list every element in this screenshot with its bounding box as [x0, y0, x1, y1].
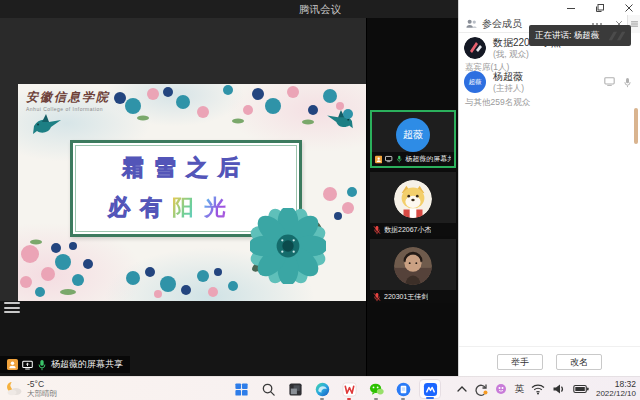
host-badge-icon [7, 359, 18, 370]
participant-role: (主持人) [493, 83, 524, 94]
battery-icon[interactable] [573, 384, 589, 394]
tile-name: 220301王佳剑 [384, 292, 428, 302]
speaking-toast: 正在讲话: 杨超薇 [529, 25, 631, 46]
volume-icon[interactable] [552, 383, 566, 395]
tray-app-icon[interactable] [495, 383, 507, 395]
file-explorer-dark-icon[interactable] [284, 379, 306, 399]
flower-cluster-bottom-left [18, 234, 108, 300]
wechat-icon[interactable] [365, 379, 387, 399]
share-label-text: 杨超薇的屏幕共享 [51, 358, 123, 371]
slide-title-line2c: 光 [204, 195, 236, 220]
photo-avatar [394, 247, 432, 285]
participants-panel: 参会成员 数据22067小杰 (我, 观众) 正在讲话: 杨超薇 嘉宾席(1人) [458, 0, 640, 376]
me-avatar [464, 37, 486, 59]
weather-temp: -5°C [27, 379, 57, 389]
weather-widget[interactable]: -5°C 大部晴朗 [5, 379, 57, 398]
screen-share-icon [22, 360, 33, 370]
screen-status-icon [604, 77, 615, 86]
speaking-toast-text: 正在讲话: 杨超薇 [535, 30, 607, 42]
tile-label-bar: 220301王佳剑 [370, 290, 456, 303]
tencent-docs-icon[interactable] [392, 379, 414, 399]
mic-on-icon [37, 359, 47, 371]
participant-name: 杨超薇 [493, 71, 524, 83]
taskbar-apps [230, 379, 441, 399]
tile-name: 数据22067小杰 [384, 225, 431, 235]
tile-label-bar: 杨超薇的屏幕共享 [372, 152, 454, 166]
tile-label-bar: 数据22067小杰 [370, 223, 456, 236]
menu-icon [631, 21, 638, 27]
date: 2022/12/10 [596, 389, 636, 399]
slide-title-line2a: 必有 [108, 195, 172, 220]
mic-status-icon [623, 77, 632, 88]
school-logo-text: 安徽信息学院 [26, 89, 110, 106]
wps-office-icon[interactable] [338, 379, 360, 399]
panel-title: 参会成员 [482, 17, 522, 31]
viewers-count-note: 与其他259名观众 [465, 97, 530, 109]
teal-flower-icon [250, 208, 326, 284]
participant-row-host[interactable]: 超薇 杨超薇 (主持人) [464, 71, 524, 94]
school-logo-subtext: Anhui College of Information [26, 106, 110, 112]
search-button[interactable] [257, 379, 279, 399]
tray-chevron-up-icon[interactable] [457, 386, 467, 392]
raise-hand-button[interactable]: 举手 [497, 354, 543, 370]
clock[interactable]: 18:32 2022/12/10 [596, 379, 636, 400]
panel-scrollbar[interactable] [634, 108, 638, 144]
mic-muted-icon [373, 292, 381, 302]
screen-share-icon [385, 155, 392, 163]
host-badge-icon [375, 155, 382, 164]
sync-tray-icon[interactable] [474, 383, 488, 396]
avatar: 超薇 [396, 118, 430, 152]
video-tile-strip: 超薇 杨超薇的屏幕共享 数据22067小杰 [366, 18, 458, 376]
video-tile-participant[interactable]: 数据22067小杰 [370, 172, 456, 236]
school-logo: 安徽信息学院 Anhui College of Information [26, 89, 110, 112]
minimize-icon[interactable] [566, 3, 576, 13]
weather-icon [5, 380, 23, 397]
dog-avatar [394, 180, 432, 218]
tencent-meeting-window: 腾讯会议 安徽信息学院 Anhui College of Information [0, 0, 640, 400]
video-tile-participant[interactable]: 220301王佳剑 [370, 239, 456, 303]
screen-share-stage: 安徽信息学院 Anhui College of Information [0, 18, 366, 376]
share-menu-icon[interactable] [4, 302, 20, 315]
screen-share-indicator: 杨超薇的屏幕共享 [0, 356, 130, 373]
panel-footer: 举手 改名 [459, 346, 640, 376]
mic-on-icon [396, 154, 403, 164]
tile-name: 杨超薇的屏幕共享 [405, 154, 451, 164]
maximize-icon[interactable] [595, 3, 605, 13]
flower-cluster-top [108, 84, 358, 130]
time: 18:32 [596, 379, 636, 390]
edge-browser-icon[interactable] [311, 379, 333, 399]
wifi-icon[interactable] [531, 383, 545, 395]
participant-role: (我, 观众) [493, 49, 561, 60]
host-status-icons [604, 77, 632, 88]
slide-title-line2b: 阳 [172, 195, 204, 220]
taskbar: -5°C 大部晴朗 [0, 376, 640, 400]
hummingbird-left-icon [32, 114, 62, 138]
host-avatar: 超薇 [464, 71, 486, 93]
video-tile-host[interactable]: 超薇 杨超薇的屏幕共享 [370, 110, 456, 168]
ime-language-indicator[interactable]: 英 [514, 383, 524, 396]
tencent-meeting-icon[interactable] [419, 379, 441, 399]
meeting-watermark-icon [607, 30, 627, 42]
weather-desc: 大部晴朗 [27, 389, 57, 398]
windows-start-button[interactable] [230, 379, 252, 399]
slide-title-line1: 霜雪之后 [73, 153, 299, 183]
rename-button[interactable]: 改名 [556, 354, 602, 370]
close-icon[interactable] [624, 3, 634, 13]
system-tray: 英 18:32 2022/12/10 [457, 377, 636, 400]
window-controls [566, 2, 634, 14]
shared-slide: 安徽信息学院 Anhui College of Information [18, 84, 366, 301]
flower-cluster-bottom-center [118, 264, 248, 300]
mic-muted-icon [373, 225, 381, 235]
people-icon [465, 18, 478, 29]
